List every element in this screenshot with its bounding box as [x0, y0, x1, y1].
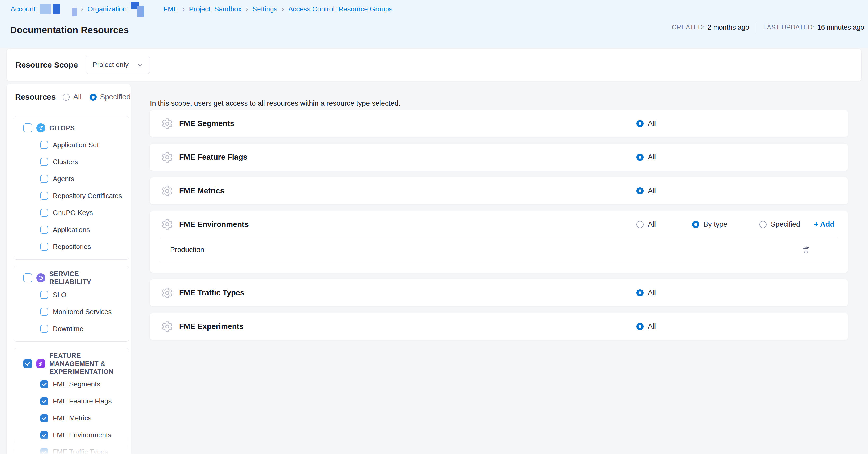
- resource-scope-selected-value: Project only: [92, 61, 128, 69]
- item-checkbox-applications[interactable]: [40, 226, 48, 234]
- resources-mode-option-all[interactable]: All: [63, 93, 81, 101]
- card-options-fme-metrics: All: [637, 177, 656, 204]
- redacted-block: [72, 8, 76, 16]
- group-item-gnupg-keys[interactable]: GnuPG Keys: [14, 204, 129, 221]
- group-checkbox-feature-management-experimentation[interactable]: [23, 359, 32, 368]
- item-checkbox-application-set[interactable]: [40, 141, 48, 149]
- group-checkbox-gitops[interactable]: [23, 123, 32, 132]
- radio-by-type[interactable]: [692, 221, 699, 228]
- item-checkbox-agents[interactable]: [40, 175, 48, 183]
- option-all-fme-experiments[interactable]: All: [637, 322, 656, 331]
- item-checkbox-repository-certificates[interactable]: [40, 192, 48, 200]
- environment-row-production: Production: [150, 238, 848, 262]
- item-label: Application Set: [53, 141, 99, 149]
- item-checkbox-monitored-services[interactable]: [40, 308, 48, 316]
- item-checkbox-fme-traffic-types[interactable]: [40, 448, 48, 454]
- group-header-service-reliability: SERVICE RELIABILITY: [14, 269, 129, 286]
- radio-all[interactable]: [637, 120, 644, 127]
- radio-all[interactable]: [637, 289, 644, 296]
- item-label: Repositories: [53, 242, 91, 251]
- group-item-agents[interactable]: Agents: [14, 170, 129, 187]
- breadcrumb-separator: ›: [182, 5, 185, 13]
- group-header-feature-management-experimentation: FEATURE MANAGEMENT & EXPERIMENTATION: [14, 352, 129, 376]
- option-label: Specified: [771, 220, 800, 229]
- item-label: Downtime: [53, 325, 84, 333]
- item-checkbox-slo[interactable]: [40, 291, 48, 299]
- group-item-fme-feature-flags[interactable]: FME Feature Flags: [14, 393, 129, 410]
- page-header: Account:›Organization:FME›Project: Sandb…: [0, 0, 868, 48]
- gear-icon: [161, 287, 173, 299]
- radio-specified[interactable]: [760, 221, 767, 228]
- breadcrumb-link-project-sandbox[interactable]: Project: Sandbox: [189, 5, 241, 13]
- environment-name: Production: [170, 246, 204, 254]
- item-label: FME Feature Flags: [53, 397, 112, 405]
- group-item-application-set[interactable]: Application Set: [14, 136, 129, 153]
- group-item-downtime[interactable]: Downtime: [14, 320, 129, 337]
- redacted-block: [40, 4, 51, 14]
- radio-all[interactable]: [637, 221, 644, 228]
- resource-group-service-reliability: SERVICE RELIABILITYSLOMonitored Services…: [13, 266, 129, 342]
- radio-all[interactable]: [63, 94, 70, 101]
- group-item-fme-segments[interactable]: FME Segments: [14, 376, 129, 393]
- card-options-fme-traffic-types: All: [637, 280, 656, 306]
- resources-mode-option-specified[interactable]: Specified: [90, 93, 131, 101]
- group-checkbox-service-reliability[interactable]: [23, 273, 32, 282]
- resource-card-fme-metrics: FME MetricsAll: [150, 177, 848, 204]
- option-all-fme-metrics[interactable]: All: [637, 187, 656, 195]
- breadcrumb-link-settings[interactable]: Settings: [252, 5, 277, 13]
- trash-icon[interactable]: [801, 245, 811, 255]
- group-item-fme-environments[interactable]: FME Environments: [14, 427, 129, 444]
- gitops-icon: [36, 123, 45, 132]
- option-all-fme-segments[interactable]: All: [637, 120, 656, 128]
- resource-scope-label: Resource Scope: [16, 60, 78, 69]
- gear-icon: [161, 151, 173, 163]
- breadcrumb-separator: ›: [282, 5, 284, 13]
- add-button-fme-environments[interactable]: + Add: [814, 220, 835, 229]
- item-label: GnuPG Keys: [53, 209, 93, 217]
- scope-info-text: In this scope, users get access to all r…: [150, 99, 400, 107]
- item-checkbox-fme-environments[interactable]: [40, 431, 48, 439]
- item-label: Monitored Services: [53, 308, 112, 316]
- group-item-fme-traffic-types[interactable]: FME Traffic Types: [14, 444, 129, 454]
- group-item-clusters[interactable]: Clusters: [14, 153, 129, 170]
- radio-all[interactable]: [637, 154, 644, 161]
- option-all-fme-environments[interactable]: All: [637, 220, 692, 229]
- card-options-fme-environments: AllBy typeSpecified+ Add: [637, 211, 835, 237]
- option-by-type-fme-environments[interactable]: By type: [692, 220, 760, 229]
- item-checkbox-fme-feature-flags[interactable]: [40, 397, 48, 405]
- item-label: FME Metrics: [53, 414, 91, 422]
- option-all-fme-traffic-types[interactable]: All: [637, 289, 656, 297]
- item-checkbox-fme-metrics[interactable]: [40, 414, 48, 422]
- gear-icon: [161, 185, 173, 197]
- resources-panel: Resources AllSpecified GITOPSApplication…: [7, 84, 131, 454]
- item-checkbox-fme-segments[interactable]: [40, 380, 48, 388]
- item-checkbox-gnupg-keys[interactable]: [40, 209, 48, 217]
- card-options-fme-feature-flags: All: [637, 144, 656, 170]
- resources-mode-label: Specified: [100, 93, 131, 101]
- divider: [160, 262, 838, 262]
- option-all-fme-feature-flags[interactable]: All: [637, 153, 656, 161]
- group-item-applications[interactable]: Applications: [14, 221, 129, 238]
- item-checkbox-downtime[interactable]: [40, 325, 48, 333]
- resource-scope-select[interactable]: Project only: [86, 56, 150, 74]
- item-checkbox-repositories[interactable]: [40, 242, 48, 251]
- breadcrumb-account-label: Account:: [10, 5, 37, 13]
- option-specified-fme-environments[interactable]: Specified: [760, 220, 812, 229]
- item-label: Repository Certificates: [53, 192, 122, 200]
- card-options-fme-segments: All: [637, 110, 656, 137]
- radio-all[interactable]: [637, 323, 644, 330]
- radio-specified[interactable]: [90, 94, 97, 101]
- redacted-block: [53, 4, 60, 14]
- item-label: Clusters: [53, 158, 78, 166]
- group-item-repository-certificates[interactable]: Repository Certificates: [14, 187, 129, 204]
- item-checkbox-clusters[interactable]: [40, 158, 48, 166]
- meta-divider: [756, 22, 756, 33]
- group-item-slo[interactable]: SLO: [14, 286, 129, 303]
- breadcrumb-link-fme[interactable]: FME: [163, 5, 178, 13]
- breadcrumb-link-access-control-resource-groups[interactable]: Access Control: Resource Groups: [288, 5, 393, 13]
- redacted-account-value: [40, 4, 76, 14]
- group-item-fme-metrics[interactable]: FME Metrics: [14, 410, 129, 427]
- group-item-monitored-services[interactable]: Monitored Services: [14, 303, 129, 320]
- radio-all[interactable]: [637, 187, 644, 194]
- group-item-repositories[interactable]: Repositories: [14, 238, 129, 255]
